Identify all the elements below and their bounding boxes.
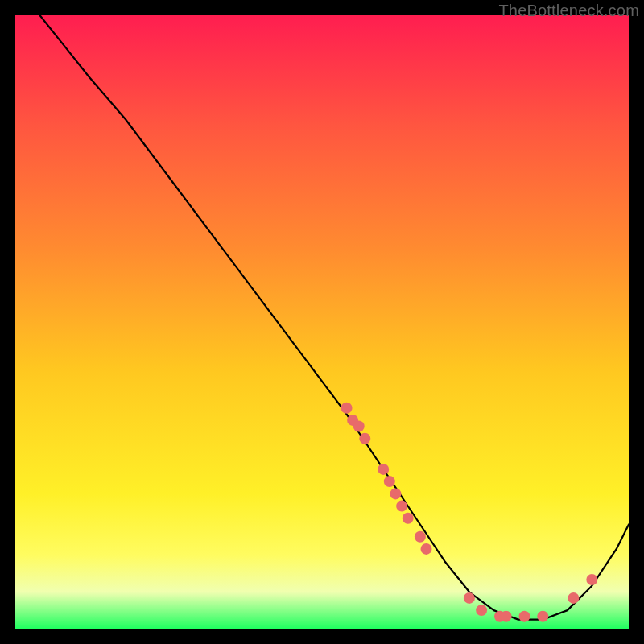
data-point-cluster-mid-c [390,488,401,499]
data-point-rise-a [568,592,579,604]
chart-svg [15,15,629,629]
curve-line [40,15,630,620]
data-point-cluster-mid-a [378,464,389,475]
data-point-trough-f [537,611,548,622]
data-point-trough-b [476,605,487,616]
data-point-cluster-upper-c [353,421,365,432]
data-point-cluster-mid-e [402,513,414,524]
data-point-cluster-low-b [421,543,432,555]
data-point-rise-b [586,574,597,585]
data-point-cluster-upper-d [359,433,370,444]
data-points-group [341,402,598,622]
data-point-trough-e [519,611,530,622]
data-point-trough-a [464,592,475,604]
watermark-text: TheBottleneck.com [498,2,639,20]
data-point-cluster-mid-d [396,501,407,512]
data-point-cluster-upper-a [341,402,353,414]
data-point-cluster-mid-b [384,476,395,487]
chart-frame [15,15,629,629]
data-point-cluster-low-a [415,531,426,543]
data-point-trough-d [501,611,512,622]
